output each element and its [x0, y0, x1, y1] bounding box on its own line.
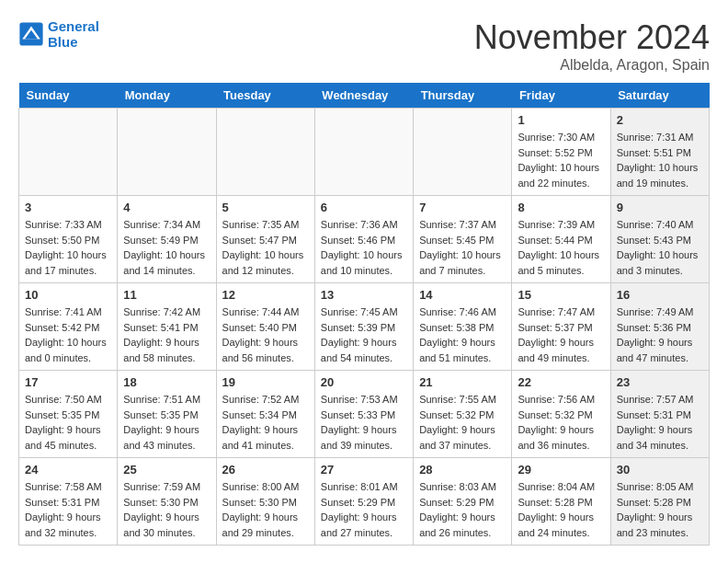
page-header: General Blue November 2024 Albelda, Arag…: [18, 18, 710, 74]
calendar-table: SundayMondayTuesdayWednesdayThursdayFrid…: [18, 83, 710, 546]
day-info: Sunrise: 7:37 AM Sunset: 5:45 PM Dayligh…: [419, 217, 506, 278]
day-info: Sunrise: 7:51 AM Sunset: 5:35 PM Dayligh…: [123, 392, 210, 453]
day-info: Sunrise: 7:56 AM Sunset: 5:32 PM Dayligh…: [518, 392, 604, 453]
location-subtitle: Albelda, Aragon, Spain: [474, 57, 710, 74]
day-number: 10: [25, 288, 111, 302]
day-info: Sunrise: 7:59 AM Sunset: 5:30 PM Dayligh…: [123, 479, 210, 540]
day-number: 22: [518, 375, 604, 389]
day-cell: [19, 109, 118, 196]
day-header-friday: Friday: [512, 83, 610, 109]
day-cell: 2Sunrise: 7:31 AM Sunset: 5:51 PM Daylig…: [610, 109, 709, 196]
day-cell: 24Sunrise: 7:58 AM Sunset: 5:31 PM Dayli…: [19, 458, 118, 546]
week-row-1: 3Sunrise: 7:33 AM Sunset: 5:50 PM Daylig…: [19, 196, 710, 283]
day-info: Sunrise: 7:33 AM Sunset: 5:50 PM Dayligh…: [25, 217, 111, 278]
week-row-2: 10Sunrise: 7:41 AM Sunset: 5:42 PM Dayli…: [19, 283, 710, 371]
day-cell: 8Sunrise: 7:39 AM Sunset: 5:44 PM Daylig…: [512, 196, 610, 283]
day-cell: 20Sunrise: 7:53 AM Sunset: 5:33 PM Dayli…: [314, 371, 413, 458]
logo: General Blue: [18, 18, 99, 50]
day-number: 19: [222, 375, 309, 389]
month-title: November 2024: [474, 18, 710, 57]
day-number: 5: [222, 201, 309, 214]
logo-icon: [18, 21, 44, 47]
day-header-tuesday: Tuesday: [216, 83, 314, 109]
day-cell: 5Sunrise: 7:35 AM Sunset: 5:47 PM Daylig…: [216, 196, 314, 283]
day-info: Sunrise: 8:05 AM Sunset: 5:28 PM Dayligh…: [617, 479, 703, 540]
day-number: 20: [321, 375, 407, 389]
day-cell: 22Sunrise: 7:56 AM Sunset: 5:32 PM Dayli…: [512, 371, 610, 458]
day-info: Sunrise: 7:58 AM Sunset: 5:31 PM Dayligh…: [25, 479, 111, 540]
day-number: 9: [617, 201, 703, 214]
day-number: 29: [518, 463, 604, 477]
day-header-saturday: Saturday: [610, 83, 709, 109]
day-number: 15: [518, 288, 604, 302]
day-info: Sunrise: 8:04 AM Sunset: 5:28 PM Dayligh…: [518, 479, 604, 540]
day-header-monday: Monday: [118, 83, 216, 109]
day-header-wednesday: Wednesday: [314, 83, 413, 109]
day-number: 16: [617, 288, 703, 302]
day-info: Sunrise: 7:50 AM Sunset: 5:35 PM Dayligh…: [25, 392, 111, 453]
day-info: Sunrise: 7:57 AM Sunset: 5:31 PM Dayligh…: [617, 392, 703, 453]
day-number: 1: [518, 113, 604, 127]
day-cell: 25Sunrise: 7:59 AM Sunset: 5:30 PM Dayli…: [118, 458, 216, 546]
day-number: 24: [25, 463, 111, 477]
day-info: Sunrise: 7:47 AM Sunset: 5:37 PM Dayligh…: [518, 304, 604, 365]
day-header-sunday: Sunday: [19, 83, 118, 109]
calendar-body: 1Sunrise: 7:30 AM Sunset: 5:52 PM Daylig…: [19, 109, 710, 546]
day-cell: [314, 109, 413, 196]
day-cell: [118, 109, 216, 196]
day-number: 7: [419, 201, 506, 214]
day-info: Sunrise: 7:31 AM Sunset: 5:51 PM Dayligh…: [617, 130, 703, 190]
day-number: 23: [617, 375, 703, 389]
day-number: 2: [617, 113, 703, 127]
day-info: Sunrise: 7:49 AM Sunset: 5:36 PM Dayligh…: [617, 304, 703, 365]
day-cell: 26Sunrise: 8:00 AM Sunset: 5:30 PM Dayli…: [216, 458, 314, 546]
day-number: 12: [222, 288, 309, 302]
day-cell: 17Sunrise: 7:50 AM Sunset: 5:35 PM Dayli…: [19, 371, 118, 458]
day-cell: 10Sunrise: 7:41 AM Sunset: 5:42 PM Dayli…: [19, 283, 118, 371]
day-info: Sunrise: 7:30 AM Sunset: 5:52 PM Dayligh…: [518, 130, 604, 190]
title-section: November 2024 Albelda, Aragon, Spain: [474, 18, 710, 74]
week-row-3: 17Sunrise: 7:50 AM Sunset: 5:35 PM Dayli…: [19, 371, 710, 458]
day-number: 6: [321, 201, 407, 214]
day-cell: 16Sunrise: 7:49 AM Sunset: 5:36 PM Dayli…: [610, 283, 709, 371]
day-number: 17: [25, 375, 111, 389]
day-number: 11: [123, 288, 210, 302]
day-info: Sunrise: 7:52 AM Sunset: 5:34 PM Dayligh…: [222, 392, 309, 453]
day-number: 14: [419, 288, 506, 302]
day-cell: 23Sunrise: 7:57 AM Sunset: 5:31 PM Dayli…: [610, 371, 709, 458]
day-cell: 19Sunrise: 7:52 AM Sunset: 5:34 PM Dayli…: [216, 371, 314, 458]
day-info: Sunrise: 8:00 AM Sunset: 5:30 PM Dayligh…: [222, 479, 309, 540]
day-number: 27: [321, 463, 407, 477]
day-cell: 21Sunrise: 7:55 AM Sunset: 5:32 PM Dayli…: [414, 371, 512, 458]
day-info: Sunrise: 7:35 AM Sunset: 5:47 PM Dayligh…: [222, 217, 309, 278]
day-number: 13: [321, 288, 407, 302]
day-number: 21: [419, 375, 506, 389]
day-cell: 29Sunrise: 8:04 AM Sunset: 5:28 PM Dayli…: [512, 458, 610, 546]
day-number: 28: [419, 463, 506, 477]
logo-text: General Blue: [48, 18, 99, 50]
day-info: Sunrise: 7:44 AM Sunset: 5:40 PM Dayligh…: [222, 304, 309, 365]
day-number: 26: [222, 463, 309, 477]
day-number: 30: [617, 463, 703, 477]
day-cell: 18Sunrise: 7:51 AM Sunset: 5:35 PM Dayli…: [118, 371, 216, 458]
day-cell: 6Sunrise: 7:36 AM Sunset: 5:46 PM Daylig…: [314, 196, 413, 283]
day-info: Sunrise: 7:53 AM Sunset: 5:33 PM Dayligh…: [321, 392, 407, 453]
day-number: 4: [123, 201, 210, 214]
day-info: Sunrise: 7:34 AM Sunset: 5:49 PM Dayligh…: [123, 217, 210, 278]
day-info: Sunrise: 7:42 AM Sunset: 5:41 PM Dayligh…: [123, 304, 210, 365]
day-number: 8: [518, 201, 604, 214]
day-info: Sunrise: 7:41 AM Sunset: 5:42 PM Dayligh…: [25, 304, 111, 365]
week-row-4: 24Sunrise: 7:58 AM Sunset: 5:31 PM Dayli…: [19, 458, 710, 546]
day-cell: 30Sunrise: 8:05 AM Sunset: 5:28 PM Dayli…: [610, 458, 709, 546]
day-info: Sunrise: 7:39 AM Sunset: 5:44 PM Dayligh…: [518, 217, 604, 278]
day-cell: 1Sunrise: 7:30 AM Sunset: 5:52 PM Daylig…: [512, 109, 610, 196]
day-cell: 14Sunrise: 7:46 AM Sunset: 5:38 PM Dayli…: [414, 283, 512, 371]
day-number: 25: [123, 463, 210, 477]
day-cell: 27Sunrise: 8:01 AM Sunset: 5:29 PM Dayli…: [314, 458, 413, 546]
day-cell: 4Sunrise: 7:34 AM Sunset: 5:49 PM Daylig…: [118, 196, 216, 283]
calendar-header-row: SundayMondayTuesdayWednesdayThursdayFrid…: [19, 83, 710, 109]
day-info: Sunrise: 7:36 AM Sunset: 5:46 PM Dayligh…: [321, 217, 407, 278]
day-cell: 3Sunrise: 7:33 AM Sunset: 5:50 PM Daylig…: [19, 196, 118, 283]
day-number: 18: [123, 375, 210, 389]
day-info: Sunrise: 7:40 AM Sunset: 5:43 PM Dayligh…: [617, 217, 703, 278]
